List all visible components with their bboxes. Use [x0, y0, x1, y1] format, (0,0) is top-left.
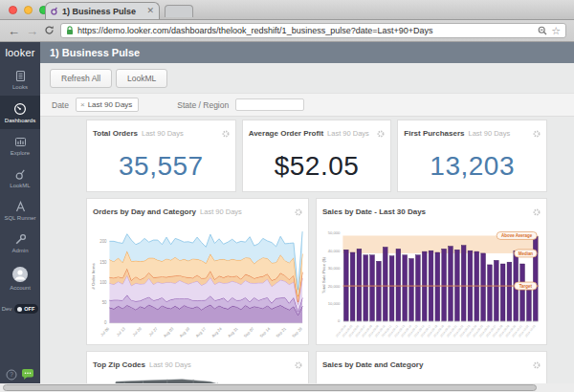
- minimize-window-button[interactable]: [24, 6, 33, 14]
- dashboards-icon: [13, 102, 27, 116]
- svg-text:Median: Median: [519, 251, 534, 256]
- dashboard-grid: Total Orders Last 90 Days 35,557 Average…: [40, 117, 574, 392]
- dev-state: OFF: [24, 306, 34, 312]
- back-button[interactable]: ←: [8, 25, 20, 37]
- remove-filter-icon[interactable]: ×: [80, 100, 85, 109]
- window-controls[interactable]: [9, 6, 48, 14]
- kpi-tile-total-orders: Total Orders Last 90 Days 35,557: [86, 120, 236, 192]
- browser-navbar: ← → https://demo.looker.com/dashboards/t…: [0, 20, 574, 42]
- https-lock-icon: [66, 22, 74, 39]
- svg-text:50: 50: [102, 300, 107, 305]
- svg-text:40,000: 40,000: [328, 249, 341, 253]
- stacked-area-chart[interactable]: 050100150200Jul 06Jul 13Jul 20Jul 27Aug …: [89, 222, 306, 345]
- kpi-value: 35,557: [87, 151, 235, 182]
- svg-text:20,000: 20,000: [328, 284, 341, 289]
- svg-text:Target: Target: [519, 284, 533, 289]
- forward-button[interactable]: →: [26, 25, 38, 37]
- sidebar-item-account[interactable]: Account: [0, 259, 40, 296]
- dev-label: Dev: [2, 306, 12, 312]
- toggle-knob: [17, 307, 22, 312]
- svg-text:0: 0: [104, 320, 107, 325]
- sidebar-item-label: SQL Runner: [4, 215, 35, 221]
- sidebar-item-looks[interactable]: Looks: [0, 63, 40, 96]
- svg-text:# Order Items: # Order Items: [91, 262, 96, 289]
- tab-close-icon[interactable]: ✕: [146, 7, 154, 15]
- svg-text:Sep 07: Sep 07: [243, 326, 255, 338]
- svg-text:?: ?: [10, 371, 13, 378]
- svg-text:Sep 21: Sep 21: [275, 326, 287, 338]
- svg-text:0: 0: [338, 318, 341, 323]
- filter-bar: Date × Last 90 Days State / Region: [40, 93, 574, 117]
- zoom-out-icon[interactable]: [538, 22, 547, 39]
- new-tab-button[interactable]: [165, 5, 193, 17]
- looks-icon: [14, 70, 27, 82]
- gear-icon[interactable]: [533, 356, 541, 373]
- admin-wrench-icon: [14, 233, 27, 246]
- sidebar-item-explore[interactable]: Explore: [0, 129, 40, 162]
- app-header: looker 1) Business Pulse: [0, 42, 574, 63]
- dev-mode-toggle[interactable]: Dev OFF: [0, 296, 40, 321]
- svg-text:150: 150: [99, 260, 107, 265]
- sidebar-item-label: Dashboards: [5, 118, 35, 123]
- sidebar-item-lookml[interactable]: LookML: [0, 162, 40, 194]
- gear-icon[interactable]: [533, 203, 541, 220]
- help-button[interactable]: ?: [6, 367, 17, 384]
- sidebar-item-label: LookML: [10, 183, 30, 188]
- browser-tab[interactable]: 1) Business Pulse ✕: [45, 2, 160, 19]
- svg-text:Jul 13: Jul 13: [116, 326, 127, 338]
- svg-text:Jul 06: Jul 06: [99, 326, 111, 338]
- tile-title: First Purchasers: [404, 129, 464, 138]
- tile-sales-by-date: Sales by Date - Last 30 Days 010,00020,0…: [316, 198, 547, 345]
- tile-subtitle: Last 90 Days: [468, 129, 510, 138]
- date-filter-token[interactable]: × Last 90 Days: [76, 98, 139, 112]
- reload-button[interactable]: [44, 25, 55, 37]
- lookml-button[interactable]: LookML: [116, 69, 167, 88]
- svg-text:100: 100: [99, 280, 107, 285]
- kpi-tile-average-order-profit: Average Order Profit Last 90 Days $52.05: [242, 120, 392, 192]
- sql-runner-icon: [14, 201, 27, 213]
- tile-title: Sales by Date and Category: [322, 360, 423, 369]
- date-filter-label: Date: [52, 100, 69, 110]
- tile-subtitle: Last 90 Days: [149, 360, 191, 369]
- account-avatar: [11, 266, 29, 283]
- bookmark-star-icon[interactable]: ☆: [551, 26, 561, 36]
- looker-logo[interactable]: looker: [0, 42, 40, 63]
- svg-text:Jul 20: Jul 20: [132, 326, 144, 338]
- sidebar-item-label: Explore: [11, 150, 30, 156]
- dashboard-toolbar: Refresh All LookML: [40, 63, 574, 93]
- horizontal-scrollbar-track[interactable]: [0, 383, 574, 392]
- state-filter-input[interactable]: [235, 98, 304, 111]
- tab-title: 1) Business Pulse: [62, 7, 143, 16]
- sidebar-item-sql-runner[interactable]: SQL Runner: [0, 194, 40, 227]
- horizontal-scrollbar-thumb[interactable]: [3, 384, 537, 391]
- svg-text:Sep 28: Sep 28: [291, 326, 303, 338]
- state-filter-label: State / Region: [177, 100, 229, 110]
- sidebar-item-label: Looks: [12, 84, 28, 90]
- svg-text:Aug 24: Aug 24: [210, 326, 223, 338]
- tile-title: Top Zip Codes: [93, 360, 145, 369]
- gear-icon[interactable]: [533, 124, 541, 142]
- tile-subtitle: Last 90 Days: [142, 129, 184, 138]
- gear-icon[interactable]: [377, 124, 385, 142]
- sidebar-item-admin[interactable]: Admin: [0, 227, 40, 259]
- gear-icon[interactable]: [295, 356, 302, 373]
- svg-text:Jul 27: Jul 27: [147, 326, 159, 338]
- gear-icon[interactable]: [222, 124, 230, 142]
- screen: 1) Business Pulse ✕ ← → https://demo.loo…: [0, 0, 574, 392]
- chat-button[interactable]: [21, 367, 34, 384]
- lookml-icon: [14, 168, 27, 181]
- kpi-tile-first-purchasers: First Purchasers Last 90 Days 13,203: [397, 120, 547, 192]
- main-content: Refresh All LookML Date × Last 90 Days S…: [40, 63, 574, 392]
- browser-tabstrip: 1) Business Pulse ✕: [0, 0, 574, 20]
- svg-text:Aug 17: Aug 17: [194, 326, 207, 338]
- close-window-button[interactable]: [9, 6, 17, 14]
- svg-text:50,000: 50,000: [328, 230, 341, 235]
- page-title: 1) Business Pulse: [40, 42, 574, 63]
- sidebar-item-dashboards[interactable]: Dashboards: [0, 96, 40, 129]
- gear-icon[interactable]: [295, 203, 302, 220]
- sidebar: Looks Dashboards Explore LookML: [0, 63, 40, 392]
- bar-chart[interactable]: 010,00020,00030,00040,00050,0002014-09-0…: [319, 222, 544, 345]
- svg-text:200: 200: [99, 239, 107, 244]
- url-bar[interactable]: https://demo.looker.com/dashboards/thelo…: [60, 23, 566, 38]
- refresh-all-button[interactable]: Refresh All: [50, 69, 112, 88]
